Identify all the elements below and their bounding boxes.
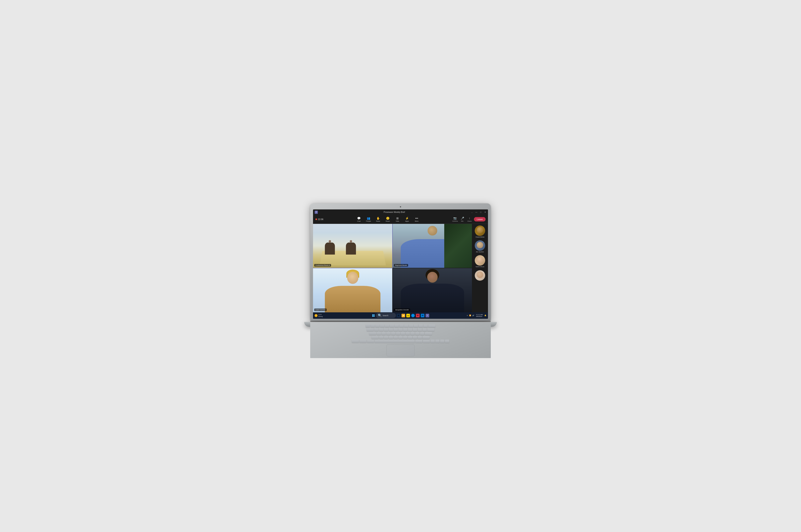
notifications-icon[interactable]: 🔔 <box>484 315 487 316</box>
key-row-2 <box>314 328 487 331</box>
key-caps <box>369 332 376 335</box>
participant-item-alix[interactable]: Alix Gauthier <box>475 240 485 253</box>
face-last <box>477 272 483 278</box>
weather-condition: Sunny <box>318 316 323 317</box>
sys-tray: ∧ 📶 🔊 <box>467 315 474 316</box>
close-button[interactable]: ✕ <box>484 211 487 213</box>
apps-button[interactable]: ⚡ Apps <box>404 217 410 222</box>
key-ctrl-r <box>423 340 430 343</box>
camera-button[interactable]: 📷 Camera <box>452 217 458 222</box>
jacqueline-body <box>401 284 464 312</box>
meeting-content: Conference Room A Raymond Bou <box>313 224 488 312</box>
view-icon: ⊞ <box>396 217 399 220</box>
key-alt-r <box>415 340 422 343</box>
chat-icon: 💬 <box>357 217 361 220</box>
key <box>419 324 423 328</box>
people-button[interactable]: 👥 People <box>366 217 371 222</box>
maximize-button[interactable]: □ <box>480 211 482 213</box>
more-button[interactable]: ••• More <box>414 217 420 222</box>
clock[interactable]: 11:11 AM 4/9/2024 <box>476 314 483 317</box>
mic-button[interactable]: 🎤 Mic <box>459 217 465 222</box>
minimize-button[interactable]: — <box>475 211 478 213</box>
key <box>410 332 415 335</box>
laptop-screen-outer: T Proseware Weekly Brief ... — □ ✕ <box>310 204 491 321</box>
participant-item-claude[interactable]: Claude Bélisle <box>475 226 485 238</box>
jacqueline-head <box>427 272 438 283</box>
face-claude <box>477 227 483 233</box>
taskbar-search[interactable]: 🔍 Search <box>376 313 396 318</box>
key <box>418 328 422 331</box>
key-enter2 <box>425 332 432 335</box>
people-icon: 👥 <box>367 217 370 220</box>
liane-video <box>313 268 392 312</box>
key <box>405 332 410 335</box>
meeting-timer: 22:06 <box>318 218 323 221</box>
search-icon: 🔍 <box>378 314 382 317</box>
video-label-raymond: Raymond Boulet <box>394 264 408 267</box>
conf-person-2 <box>346 243 356 254</box>
laptop-wrapper: T Proseware Weekly Brief ... — □ ✕ <box>310 204 491 329</box>
taskbar: 71°F Sunny <box>313 312 488 319</box>
raise-button[interactable]: ✋ Raise <box>375 217 381 222</box>
avatar-5 <box>475 270 485 281</box>
leave-button[interactable]: Leave <box>474 217 485 222</box>
weather-widget[interactable]: 71°F Sunny <box>314 314 323 317</box>
key-backspace <box>428 324 435 328</box>
key <box>370 324 375 328</box>
key <box>394 336 398 339</box>
key-arrow-u <box>435 340 440 343</box>
options-button[interactable]: ... <box>471 211 473 213</box>
toolbar-right: 📷 Camera 🎤 Mic ↑ Share Leave <box>452 217 485 222</box>
key-row-3 <box>314 332 487 335</box>
view-button[interactable]: ⊞ View <box>395 217 400 222</box>
teams-logo-icon: T <box>314 211 318 214</box>
participant-item-noemi[interactable]: Noémi Vincze <box>475 255 485 268</box>
start-button[interactable] <box>372 314 375 317</box>
taskbar-edge-icon[interactable]: 🌐 <box>411 314 415 317</box>
taskbar-widgets-icon[interactable]: ⊞ <box>397 314 400 317</box>
react-icon: 🙂 <box>386 217 389 220</box>
key <box>422 328 427 331</box>
conf-room-background <box>313 224 392 268</box>
key <box>380 324 384 328</box>
taskbar-outlook-icon[interactable]: ✉ <box>421 314 424 317</box>
taskbar-explorer-icon[interactable]: 📁 <box>401 314 405 317</box>
react-button[interactable]: 🙂 React <box>385 217 391 222</box>
key-shift-r <box>422 336 430 339</box>
speaker-icon[interactable]: 🔊 <box>472 315 474 316</box>
key <box>403 328 407 331</box>
key <box>374 328 379 331</box>
raise-icon: ✋ <box>377 217 380 220</box>
key <box>384 328 388 331</box>
key-alt-l <box>367 340 374 343</box>
taskbar-teams-icon[interactable]: T <box>425 314 429 317</box>
share-button[interactable]: ↑ Share <box>467 217 472 222</box>
key <box>398 328 403 331</box>
key <box>381 332 386 335</box>
key <box>385 324 389 328</box>
participant-name-alix: Alix Gauthier <box>476 251 484 253</box>
taskbar-office-icon[interactable]: W <box>416 314 420 317</box>
network-icon[interactable]: 📶 <box>469 315 471 316</box>
timer-indicator: 22:06 <box>316 218 323 221</box>
conference-room-video <box>313 224 392 268</box>
chat-button[interactable]: 💬 Chat <box>356 217 362 222</box>
title-bar-left: T <box>314 211 318 214</box>
avatar-claude <box>475 226 485 236</box>
camera-area <box>313 206 488 209</box>
key-arrow-l <box>431 340 435 343</box>
touchpad[interactable] <box>386 344 415 357</box>
participant-name-noemi: Noémi Vincze <box>476 266 484 268</box>
key-space <box>375 340 415 343</box>
mic-icon: 🎤 <box>461 217 464 220</box>
title-bar-controls: ... — □ ✕ <box>471 211 487 213</box>
taskbar-files-icon[interactable]: 🗂 <box>406 314 410 317</box>
key-shift-l <box>371 336 379 339</box>
key <box>408 336 412 339</box>
toolbar-center: 💬 Chat 👥 People ✋ Raise 🙂 <box>356 217 420 222</box>
chevron-up-icon[interactable]: ∧ <box>467 315 468 316</box>
key-tab <box>367 328 374 331</box>
face-alix <box>477 242 483 248</box>
key-arrow-d <box>440 340 444 343</box>
participant-item-5[interactable] <box>475 270 485 281</box>
